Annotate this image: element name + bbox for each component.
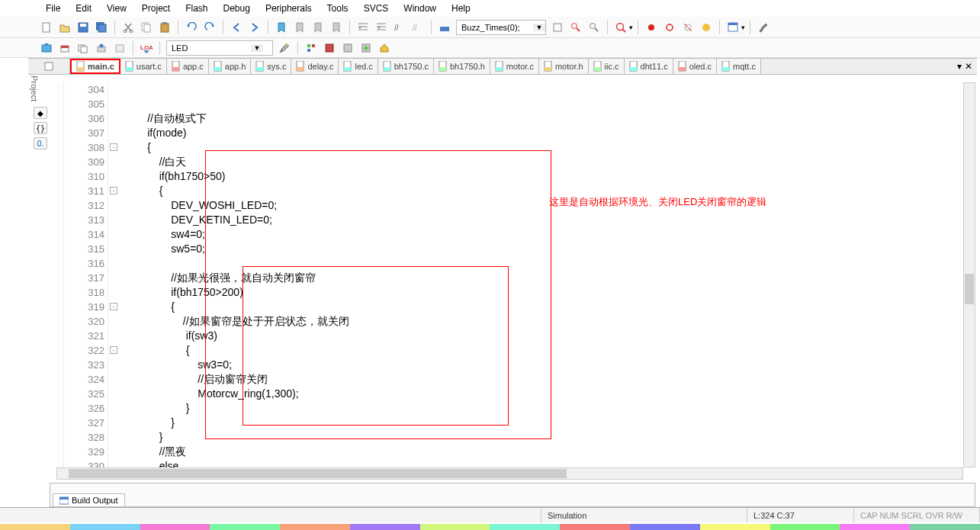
file-tab-dht11-c[interactable]: dht11.c: [625, 59, 673, 74]
svg-rect-10: [162, 22, 167, 24]
incremental-find-button[interactable]: [586, 20, 602, 35]
file-tab-motor-h[interactable]: motor.h: [539, 59, 589, 74]
translate-button[interactable]: [38, 40, 55, 56]
menu-peripherals[interactable]: Peripherals: [258, 2, 320, 15]
file-tab-main-c[interactable]: main.c: [70, 59, 120, 74]
file-tab-delay-c[interactable]: delay.c: [291, 59, 339, 74]
find-in-files-button[interactable]: [567, 20, 584, 35]
batch-build-button[interactable]: [93, 40, 110, 56]
file-icon: [439, 61, 448, 72]
target-dropdown[interactable]: LED ▼: [166, 40, 273, 56]
svg-text:LOAD: LOAD: [140, 44, 153, 51]
menu-tools[interactable]: Tools: [320, 2, 356, 15]
breakpoint-button[interactable]: [643, 20, 660, 35]
undo-button[interactable]: [183, 20, 200, 35]
open-file-button[interactable]: [56, 20, 73, 35]
manage-button[interactable]: [303, 40, 320, 56]
macro-button[interactable]: [436, 20, 453, 35]
menu-svcs[interactable]: SVCS: [356, 2, 397, 15]
save-button[interactable]: [75, 20, 92, 35]
find-dropdown[interactable]: Buzz_Times(0); ▼: [456, 20, 546, 35]
tabbar-left-icon[interactable]: [28, 59, 70, 74]
save-all-button[interactable]: [93, 20, 110, 35]
menu-edit[interactable]: Edit: [68, 2, 99, 15]
svg-rect-48: [126, 67, 133, 71]
config-button[interactable]: [755, 20, 772, 35]
options-button[interactable]: [276, 40, 293, 56]
svg-rect-62: [439, 67, 446, 71]
file-tab-mqtt-c[interactable]: mqtt.c: [717, 59, 761, 74]
paste-button[interactable]: [156, 20, 173, 35]
file-icon: [593, 61, 602, 72]
file-icon: [721, 61, 731, 72]
menu-view[interactable]: View: [99, 2, 134, 15]
file-tab-usart-c[interactable]: usart.c: [120, 59, 167, 74]
menu-window[interactable]: Window: [396, 2, 444, 15]
file-tab-iic-c[interactable]: iic.c: [589, 59, 625, 74]
breakpoint-enable-button[interactable]: [698, 20, 715, 35]
tab-close-icon[interactable]: ✕: [965, 61, 972, 72]
debug-config-button[interactable]: [612, 20, 629, 35]
build-button[interactable]: [56, 40, 73, 56]
svg-rect-46: [77, 67, 84, 71]
menu-project[interactable]: Project: [134, 2, 178, 15]
bookmark-next-button[interactable]: [310, 20, 326, 35]
bookmark-button[interactable]: [273, 20, 290, 35]
svg-rect-8: [144, 24, 150, 32]
file-tab-sys-c[interactable]: sys.c: [251, 59, 291, 74]
uncomment-button[interactable]: //: [410, 20, 426, 35]
menu-help[interactable]: Help: [444, 2, 478, 15]
file-tab-oled-c[interactable]: oled.c: [673, 59, 717, 74]
tab-menu-icon[interactable]: ▾: [957, 61, 962, 72]
svg-rect-27: [728, 23, 737, 25]
indent-button[interactable]: [355, 20, 371, 35]
file-tab-motor-c[interactable]: motor.c: [490, 59, 539, 74]
nav-forward-button[interactable]: [246, 20, 263, 35]
target-text: LED: [167, 43, 251, 53]
file-tab-led-c[interactable]: led.c: [339, 59, 378, 74]
dropdown-arrow-icon[interactable]: ▼: [533, 24, 545, 31]
bookmark-prev-button[interactable]: [291, 20, 308, 35]
pack-home-button[interactable]: [376, 40, 393, 56]
svg-rect-35: [116, 45, 124, 52]
cut-button[interactable]: [120, 20, 137, 35]
svg-rect-30: [61, 46, 69, 48]
outdent-button[interactable]: [373, 20, 390, 35]
manage-pack-button[interactable]: [339, 40, 356, 56]
copy-button[interactable]: [138, 20, 155, 35]
dropdown-arrow-icon[interactable]: ▼: [251, 44, 263, 52]
breakpoint-kill-button[interactable]: [680, 20, 696, 35]
breakpoint-disable-button[interactable]: [661, 20, 678, 35]
bookmark-clear-button[interactable]: [328, 20, 345, 35]
svg-rect-70: [630, 67, 637, 71]
redo-button[interactable]: [201, 20, 218, 35]
menu-flash[interactable]: Flash: [178, 2, 215, 15]
svg-rect-64: [496, 67, 503, 71]
svg-point-15: [572, 23, 577, 28]
file-tab-app-h[interactable]: app.h: [209, 59, 252, 74]
download-button[interactable]: LOAD: [138, 40, 155, 56]
file-icon: [172, 61, 181, 72]
file-tab-app-c[interactable]: app.c: [167, 59, 209, 74]
comment-button[interactable]: //: [391, 20, 408, 35]
pack-install-button[interactable]: [358, 40, 374, 56]
find-button[interactable]: [549, 20, 566, 35]
new-file-button[interactable]: [38, 20, 55, 35]
rebuild-button[interactable]: [75, 40, 92, 56]
file-icon: [296, 61, 305, 72]
file-tab-bh1750-c[interactable]: bh1750.c: [378, 59, 434, 74]
nav-back-button[interactable]: [228, 20, 245, 35]
svg-rect-50: [172, 67, 179, 71]
file-icon: [544, 61, 553, 72]
svg-rect-60: [384, 67, 390, 71]
svg-text://: //: [394, 24, 399, 32]
file-tab-bh1750-h[interactable]: bh1750.h: [434, 59, 490, 74]
stop-build-button[interactable]: [111, 40, 128, 56]
svg-rect-68: [594, 67, 601, 71]
manage-env-button[interactable]: [321, 40, 338, 56]
menu-debug[interactable]: Debug: [216, 2, 258, 15]
file-icon: [383, 61, 392, 72]
svg-rect-74: [722, 67, 729, 71]
window-button[interactable]: [725, 20, 741, 35]
menu-file[interactable]: File: [38, 2, 68, 15]
